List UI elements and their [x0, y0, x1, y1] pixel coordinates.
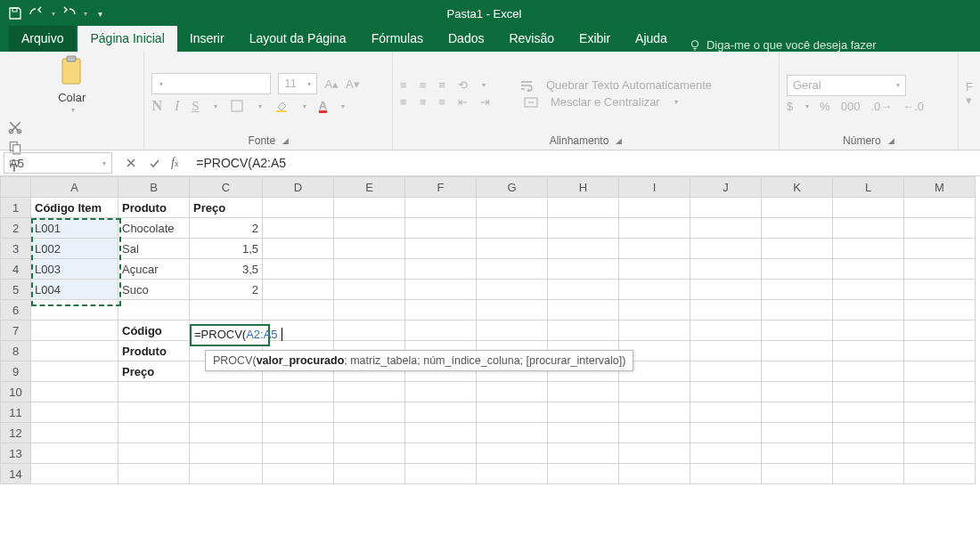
align-bottom-icon[interactable]: ≡ [438, 78, 445, 92]
number-dialog-launcher-icon[interactable]: ◢ [888, 136, 894, 145]
cell-I7[interactable] [619, 321, 690, 341]
column-header-F[interactable]: F [405, 177, 477, 198]
cancel-formula-icon[interactable] [125, 157, 137, 169]
cell-B10[interactable] [118, 382, 190, 402]
cell-A8[interactable] [31, 341, 118, 361]
cell-I6[interactable] [619, 300, 690, 321]
column-header-H[interactable]: H [548, 177, 619, 198]
cell-A10[interactable] [31, 382, 118, 402]
cell-B8[interactable]: Produto [118, 341, 190, 361]
cell-K12[interactable] [762, 423, 833, 443]
cell-G13[interactable] [477, 443, 548, 464]
row-header-12[interactable]: 12 [1, 423, 31, 443]
cell-H5[interactable] [548, 280, 619, 300]
cell-H6[interactable] [548, 300, 619, 321]
font-size-combo[interactable]: 11▾ [278, 73, 317, 94]
cell-K1[interactable] [762, 198, 833, 218]
row-header-14[interactable]: 14 [1, 464, 31, 484]
italic-button[interactable]: I [175, 98, 179, 114]
accounting-format-icon[interactable]: $ [787, 100, 793, 113]
cell-A14[interactable] [31, 464, 118, 484]
cell-D10[interactable] [263, 382, 334, 402]
cell-B1[interactable]: Produto [118, 198, 190, 218]
column-header-G[interactable]: G [477, 177, 548, 198]
cell-J14[interactable] [690, 464, 762, 484]
cell-I1[interactable] [619, 198, 690, 218]
cell-L1[interactable] [833, 198, 904, 218]
cell-A5[interactable]: L004 [31, 280, 118, 300]
row-header-4[interactable]: 4 [1, 259, 31, 280]
align-center-icon[interactable]: ≡ [420, 95, 427, 109]
cell-I4[interactable] [619, 259, 690, 280]
cell-J7[interactable] [690, 321, 762, 341]
merge-label[interactable]: Mesclar e Centralizar [551, 95, 660, 109]
cell-G4[interactable] [477, 259, 548, 280]
cell-M8[interactable] [904, 341, 976, 361]
cell-G5[interactable] [477, 280, 548, 300]
cell-B6[interactable] [118, 300, 190, 321]
cell-M1[interactable] [904, 198, 976, 218]
tab-help[interactable]: Ajuda [623, 26, 680, 52]
comma-format-icon[interactable]: 000 [841, 100, 861, 113]
cell-I3[interactable] [619, 239, 690, 259]
cell-J13[interactable] [690, 443, 762, 464]
cell-J5[interactable] [690, 280, 762, 300]
cell-H10[interactable] [548, 382, 619, 402]
align-middle-icon[interactable]: ≡ [420, 78, 427, 92]
cell-C14[interactable] [190, 464, 263, 484]
cell-D5[interactable] [263, 280, 334, 300]
cell-I14[interactable] [619, 464, 690, 484]
worksheet-grid[interactable]: ABCDEFGHIJKLM1Código ItemProdutoPreço2L0… [0, 176, 980, 484]
cell-L3[interactable] [833, 239, 904, 259]
cell-B9[interactable]: Preço [118, 361, 190, 382]
cell-C12[interactable] [190, 423, 263, 443]
number-format-combo[interactable]: Geral▾ [787, 75, 906, 96]
paste-button[interactable]: Colar ▾ [7, 55, 136, 114]
row-header-6[interactable]: 6 [1, 300, 31, 321]
column-header-B[interactable]: B [118, 177, 190, 198]
cell-G14[interactable] [477, 464, 548, 484]
tab-view[interactable]: Exibir [567, 26, 623, 52]
column-header-E[interactable]: E [334, 177, 405, 198]
wrap-text-label[interactable]: Quebrar Texto Automaticamente [546, 78, 712, 92]
cell-B11[interactable] [118, 402, 190, 423]
cell-K13[interactable] [762, 443, 833, 464]
cell-B12[interactable] [118, 423, 190, 443]
cell-J9[interactable] [690, 361, 762, 382]
cell-G1[interactable] [477, 198, 548, 218]
column-header-D[interactable]: D [263, 177, 334, 198]
row-header-10[interactable]: 10 [1, 382, 31, 402]
cell-D12[interactable] [263, 423, 334, 443]
cell-I12[interactable] [619, 423, 690, 443]
cell-B5[interactable]: Suco [118, 280, 190, 300]
cell-E6[interactable] [334, 300, 405, 321]
cell-G11[interactable] [477, 402, 548, 423]
cell-F7[interactable] [405, 321, 477, 341]
cell-L2[interactable] [833, 218, 904, 239]
cell-A6[interactable] [31, 300, 118, 321]
cell-M2[interactable] [904, 218, 976, 239]
orientation-icon[interactable]: ⟲ [458, 78, 468, 92]
paste-dropdown-icon[interactable]: ▾ [71, 106, 75, 114]
cell-A12[interactable] [31, 423, 118, 443]
cell-L11[interactable] [833, 402, 904, 423]
cell-K2[interactable] [762, 218, 833, 239]
cell-C3[interactable]: 1,5 [190, 239, 263, 259]
cell-M3[interactable] [904, 239, 976, 259]
row-header-11[interactable]: 11 [1, 402, 31, 423]
cell-L6[interactable] [833, 300, 904, 321]
column-header-I[interactable]: I [619, 177, 690, 198]
cell-B4[interactable]: Açucar [118, 259, 190, 280]
cell-E12[interactable] [334, 423, 405, 443]
fill-color-icon[interactable] [274, 99, 289, 113]
cell-F3[interactable] [405, 239, 477, 259]
font-color-icon[interactable]: A [319, 99, 327, 113]
tab-page-layout[interactable]: Layout da Página [237, 26, 359, 52]
cell-E3[interactable] [334, 239, 405, 259]
decrease-font-icon[interactable]: A▾ [346, 77, 360, 91]
cell-I13[interactable] [619, 443, 690, 464]
cell-F13[interactable] [405, 443, 477, 464]
wrap-text-icon[interactable] [519, 79, 534, 92]
column-header-M[interactable]: M [904, 177, 976, 198]
cell-I2[interactable] [619, 218, 690, 239]
